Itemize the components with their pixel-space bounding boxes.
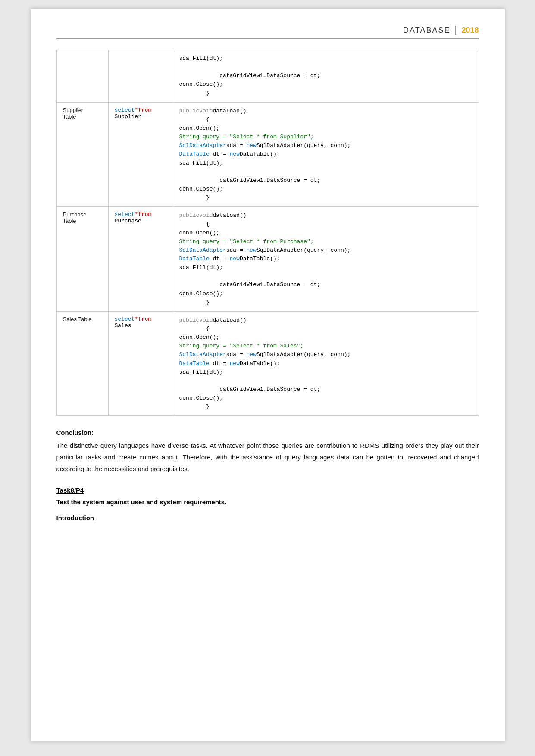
header-year: 2018 — [455, 26, 479, 35]
table-row: PurchaseTable select*fromPurchase public… — [56, 207, 479, 312]
table-cell-name: SupplierTable — [56, 102, 108, 207]
conclusion-heading: Conclusion: — [56, 429, 479, 436]
table-cell-code: publicvoiddataLoad() { conn.Open(); Stri… — [173, 311, 479, 416]
table-cell-code: publicvoiddataLoad() { conn.Open(); Stri… — [173, 207, 479, 312]
conclusion-body: The distinctive query languages have div… — [56, 440, 479, 475]
task-subtitle: Test the system against user and system … — [56, 498, 479, 506]
code-table: sda.Fill(dt); dataGridView1.DataSource =… — [56, 50, 479, 416]
table-cell-name: Sales Table — [56, 311, 108, 416]
table-cell-code: sda.Fill(dt); dataGridView1.DataSource =… — [173, 50, 479, 103]
table-cell-select: select*fromSupplier — [108, 102, 173, 207]
page: DATABASE 2018 sda.Fill(dt); dataGridView… — [31, 9, 505, 741]
intro-heading: Introduction — [56, 514, 479, 522]
table-cell-name: PurchaseTable — [56, 207, 108, 312]
header-title: DATABASE — [403, 26, 450, 35]
table-cell-select — [108, 50, 173, 103]
table-cell-select: select*fromPurchase — [108, 207, 173, 312]
task-label: Task8/P4 — [56, 487, 479, 494]
conclusion-section: Conclusion: The distinctive query langua… — [56, 429, 479, 475]
table-row: sda.Fill(dt); dataGridView1.DataSource =… — [56, 50, 479, 103]
page-header: DATABASE 2018 — [56, 26, 479, 39]
table-cell-code: publicvoiddataLoad() { conn.Open(); Stri… — [173, 102, 479, 207]
table-cell-name — [56, 50, 108, 103]
task-section: Task8/P4 Test the system against user an… — [56, 487, 479, 522]
table-row: SupplierTable select*fromSupplier public… — [56, 102, 479, 207]
table-row: Sales Table select*fromSales publicvoidd… — [56, 311, 479, 416]
table-cell-select: select*fromSales — [108, 311, 173, 416]
